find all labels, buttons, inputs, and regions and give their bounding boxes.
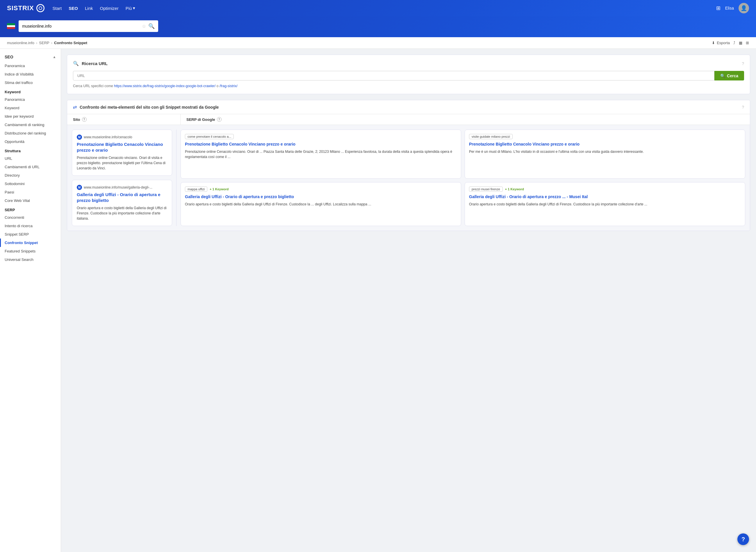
italy-flag-icon bbox=[7, 23, 15, 29]
nav-start[interactable]: Start bbox=[52, 6, 62, 11]
snippets-area: M www.museionline.info/cenacolo Prenotaz… bbox=[67, 125, 750, 231]
sidebar-item-url[interactable]: URL bbox=[0, 154, 61, 163]
breadcrumb: museionline.info › SERP › Confronto Snip… bbox=[7, 41, 87, 45]
sidebar-section-seo[interactable]: SEO ▲ bbox=[0, 52, 61, 61]
sidebar-item-confronto-snippet[interactable]: Confronto Snippet bbox=[0, 239, 61, 247]
sidebar-item-intento-ricerca[interactable]: Intento di ricerca bbox=[0, 222, 61, 230]
confronto-card: ⇄ Confronto dei meta-elementi del sito c… bbox=[67, 100, 750, 231]
snippet-favicon-1: M bbox=[77, 135, 82, 140]
col-serp-label: SERP di Google ? bbox=[181, 114, 750, 125]
chevron-up-icon: ▲ bbox=[52, 55, 56, 59]
breadcrumb-actions: ⬇ Esporta ⤴ ▦ ⊞ bbox=[712, 41, 749, 45]
ricerca-url-title: Ricerca URL bbox=[82, 61, 108, 66]
sidebar-item-concorrenti[interactable]: Concorrenti bbox=[0, 213, 61, 222]
navbar-right: ⊞ Elisa 👤 bbox=[716, 3, 749, 13]
serp-info-icon[interactable]: ? bbox=[217, 117, 222, 122]
navbar-nav: Start SEO Link Optimizer Più ▾ bbox=[52, 6, 135, 11]
breadcrumb-item-domain[interactable]: museionline.info bbox=[7, 41, 34, 45]
serp-desc-3: Orario apertura e costo biglietti della … bbox=[185, 201, 457, 207]
star-icon[interactable]: ☆ bbox=[142, 23, 146, 29]
serp-snippet-2: visite guidate milano prezzi Prenotazion… bbox=[465, 130, 745, 179]
sidebar-item-stima-traffico[interactable]: Stima del traffico bbox=[0, 79, 61, 87]
logo[interactable]: SISTRIX bbox=[7, 4, 44, 12]
share-button[interactable]: ⤴ bbox=[733, 41, 735, 45]
url-hint-link1[interactable]: https://www.sistrix.de/frag-sistrix/goog… bbox=[114, 84, 215, 88]
sidebar-item-cambiamenti-ranking[interactable]: Cambiamenti di ranking bbox=[0, 121, 61, 129]
sito-info-icon[interactable]: ? bbox=[82, 117, 87, 122]
cerca-button[interactable]: 🔍 Cerca bbox=[715, 71, 744, 81]
sidebar-section-keyword: Keyword bbox=[0, 87, 61, 95]
sidebar-item-sottodomini[interactable]: Sottodomini bbox=[0, 179, 61, 188]
logo-circle-icon bbox=[36, 4, 44, 12]
search-icon[interactable]: 🔍 bbox=[148, 23, 155, 29]
serp-title-1[interactable]: Prenotazione Biglietto Cenacolo Vinciano… bbox=[185, 141, 457, 147]
keyword-extra-4: + 1 Keyword bbox=[505, 187, 524, 191]
sidebar-item-featured-snippets[interactable]: Featured Snippets bbox=[0, 247, 61, 255]
navbar-left: SISTRIX Start SEO Link Optimizer Più ▾ bbox=[7, 4, 135, 12]
search-bar-area: ☆ 🔍 bbox=[0, 16, 756, 37]
sidebar-section-struttura: Struttura bbox=[0, 146, 61, 154]
serp-tag-2: visite guidate milano prezzi bbox=[469, 134, 741, 141]
nav-piu[interactable]: Più ▾ bbox=[126, 6, 135, 11]
search-icon-white: 🔍 bbox=[720, 74, 725, 78]
expand-button[interactable]: ⊞ bbox=[746, 41, 749, 45]
snippet-card-2: M www.museionline.info/musei/galleria-de… bbox=[72, 180, 172, 226]
sidebar-section-serp: SERP bbox=[0, 205, 61, 213]
sidebar-item-opportunita[interactable]: Opportunità bbox=[0, 137, 61, 146]
confronto-title-row: ⇄ Confronto dei meta-elementi del sito c… bbox=[73, 104, 219, 110]
serp-title-3[interactable]: Galleria degli Uffizi - Orario di apertu… bbox=[185, 194, 457, 199]
confronto-header: ⇄ Confronto dei meta-elementi del sito c… bbox=[67, 100, 750, 114]
snippet-title-2[interactable]: Galleria degli Uffizi - Orario di apertu… bbox=[77, 192, 167, 203]
sidebar-item-panoramica-kw[interactable]: Panoramica bbox=[0, 95, 61, 104]
sidebar-section-seo-label: SEO bbox=[5, 54, 13, 59]
breadcrumb-sep2: › bbox=[51, 41, 52, 45]
search-input-wrap: ☆ 🔍 bbox=[19, 20, 158, 32]
confronto-title: Confronto dei meta-elementi del sito con… bbox=[80, 105, 219, 110]
sidebar-item-snippet-serp[interactable]: Snippet SERP bbox=[0, 230, 61, 239]
url-hint-link2[interactable]: /frag-sistrix/ bbox=[220, 84, 237, 88]
grid-icon[interactable]: ⊞ bbox=[716, 5, 721, 11]
serp-tag-row-3: mappa uffizi + 1 Keyword bbox=[185, 186, 457, 192]
sidebar-item-idee-kw[interactable]: Idee per keyword bbox=[0, 112, 61, 121]
sidebar-item-core-web-vital[interactable]: Core Web Vital bbox=[0, 196, 61, 205]
sidebar-item-distribuzione-ranking[interactable]: Distribuzione del ranking bbox=[0, 129, 61, 137]
url-input[interactable] bbox=[73, 71, 715, 81]
avatar[interactable]: 👤 bbox=[739, 3, 749, 13]
sidebar-item-panoramica-seo[interactable]: Panoramica bbox=[0, 61, 61, 70]
serp-title-4[interactable]: Galleria degli Uffizi - Orario di apertu… bbox=[469, 194, 741, 199]
nav-link[interactable]: Link bbox=[85, 6, 93, 11]
serp-title-2[interactable]: Prenotazione Biglietto Cenacolo Vinciano… bbox=[469, 141, 741, 147]
snippet-favicon-2: M bbox=[77, 185, 82, 190]
breadcrumb-item-serp[interactable]: SERP bbox=[39, 41, 49, 45]
confronto-help-icon[interactable]: ? bbox=[742, 105, 744, 110]
main-content: 🔍 Ricerca URL ? 🔍 Cerca Cerca URL specif… bbox=[61, 49, 756, 552]
sidebar-item-paesi[interactable]: Paesi bbox=[0, 188, 61, 196]
floating-help-button[interactable]: ? bbox=[737, 533, 749, 545]
col-sito-label: Sito ? bbox=[67, 114, 181, 125]
navbar: SISTRIX Start SEO Link Optimizer Più ▾ ⊞… bbox=[0, 0, 756, 16]
share-icon: ⤴ bbox=[733, 41, 735, 45]
serp-snippet-4: prezzi musei firenze + 1 Keyword Galleri… bbox=[465, 182, 745, 226]
nav-seo[interactable]: SEO bbox=[69, 6, 78, 11]
nav-optimizer[interactable]: Optimizer bbox=[100, 6, 118, 11]
url-input-row: 🔍 Cerca bbox=[73, 71, 744, 81]
ricerca-url-header: 🔍 Ricerca URL ? bbox=[73, 61, 744, 66]
sidebar-item-directory[interactable]: Directory bbox=[0, 171, 61, 179]
main-layout: SEO ▲ Panoramica Indice di Visibilità St… bbox=[0, 49, 756, 552]
svg-point-0 bbox=[39, 7, 42, 10]
help-icon[interactable]: ? bbox=[742, 61, 744, 66]
user-name: Elisa bbox=[725, 6, 734, 10]
sidebar-item-indice-visibilita[interactable]: Indice di Visibilità bbox=[0, 70, 61, 79]
sidebar-item-keyword[interactable]: Keyword bbox=[0, 104, 61, 112]
snippet-title-1[interactable]: Prenotazione Biglietto Cenacolo Vinciano… bbox=[77, 141, 167, 153]
serp-desc-2: Per me è un must di Milano. L'ho visitat… bbox=[469, 149, 741, 154]
breadcrumb-current: Confronto Snippet bbox=[54, 41, 87, 45]
export-button[interactable]: ⬇ Esporta bbox=[712, 41, 730, 45]
sidebar-item-cambiamenti-url[interactable]: Cambiamenti di URL bbox=[0, 163, 61, 171]
snippet-domain-2: M www.museionline.info/musei/galleria-de… bbox=[77, 185, 167, 190]
columns-header: Sito ? SERP di Google ? bbox=[67, 114, 750, 125]
expand-icon: ⊞ bbox=[746, 41, 749, 45]
sidebar-item-universal-search[interactable]: Universal Search bbox=[0, 255, 61, 264]
view-toggle-button[interactable]: ▦ bbox=[739, 41, 742, 45]
search-input[interactable] bbox=[22, 24, 139, 28]
